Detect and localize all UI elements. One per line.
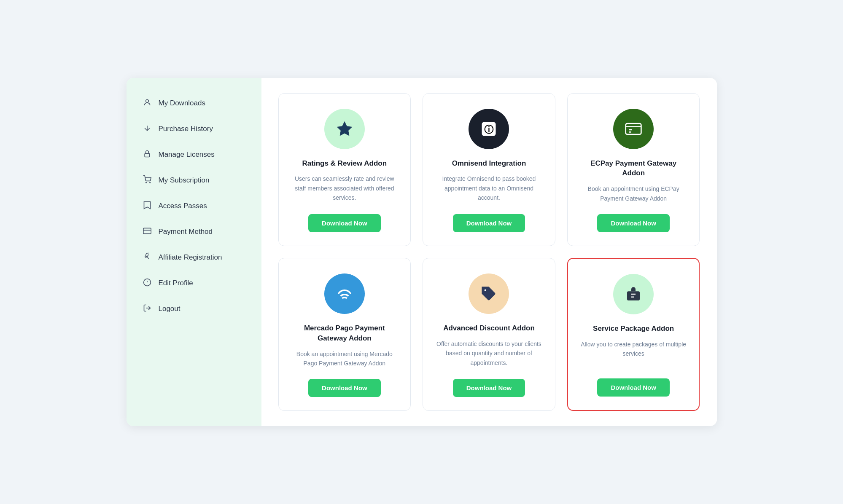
purchase-history-icon: [142, 124, 153, 134]
sidebar-label-my-downloads: My Downloads: [159, 99, 206, 107]
sidebar-item-affiliate-registration[interactable]: Affiliate Registration: [127, 245, 261, 271]
svg-point-6: [145, 256, 146, 257]
card-advanced-discount: Advanced Discount AddonOffer automatic d…: [423, 258, 555, 411]
card-title-ecpay-gateway: ECPay Payment Gateway Addon: [579, 158, 688, 179]
main-container: My DownloadsPurchase HistoryManage Licen…: [127, 78, 717, 426]
sidebar-item-access-passes[interactable]: Access Passes: [127, 193, 261, 219]
cards-grid: Ratings & Review AddonUsers can seamless…: [278, 93, 700, 411]
sidebar-label-payment-method: Payment Method: [159, 228, 213, 236]
sidebar-label-access-passes: Access Passes: [159, 202, 207, 210]
my-subscription-icon: [142, 175, 153, 186]
svg-rect-14: [626, 123, 641, 134]
card-icon-omnisend-integration: ⓘ: [469, 109, 509, 149]
sidebar-label-purchase-history: Purchase History: [159, 125, 213, 133]
sidebar: My DownloadsPurchase HistoryManage Licen…: [127, 78, 261, 426]
manage-licenses-icon: [142, 150, 153, 160]
download-button-mercado-pago[interactable]: Download Now: [308, 379, 381, 397]
download-button-ecpay-gateway[interactable]: Download Now: [597, 214, 670, 232]
card-ratings-review: Ratings & Review AddonUsers can seamless…: [278, 93, 411, 246]
access-passes-icon: [142, 201, 153, 212]
svg-rect-1: [145, 153, 150, 157]
sidebar-item-payment-method[interactable]: Payment Method: [127, 219, 261, 245]
sidebar-item-edit-profile[interactable]: Edit Profile: [127, 271, 261, 296]
sidebar-item-manage-licenses[interactable]: Manage Licenses: [127, 142, 261, 168]
card-ecpay-gateway: ECPay Payment Gateway AddonBook an appoi…: [567, 93, 700, 246]
affiliate-registration-icon: [142, 252, 153, 263]
download-button-advanced-discount[interactable]: Download Now: [453, 379, 525, 397]
svg-point-0: [145, 99, 148, 102]
card-icon-advanced-discount: [469, 273, 509, 314]
svg-marker-11: [337, 121, 352, 136]
svg-text:ⓘ: ⓘ: [484, 124, 494, 135]
download-button-ratings-review[interactable]: Download Now: [308, 214, 381, 232]
download-button-omnisend-integration[interactable]: Download Now: [453, 214, 525, 232]
card-desc-omnisend-integration: Integrate Omnisend to pass booked appoin…: [435, 174, 543, 203]
card-desc-ratings-review: Users can seamlessly rate and review sta…: [291, 174, 399, 203]
sidebar-label-logout: Logout: [159, 305, 180, 313]
card-icon-service-package: [613, 274, 654, 314]
sidebar-item-logout[interactable]: Logout: [127, 296, 261, 322]
card-desc-service-package: Allow you to create packages of multiple…: [580, 340, 687, 368]
card-desc-advanced-discount: Offer automatic discounts to your client…: [435, 339, 543, 368]
svg-point-3: [149, 182, 150, 183]
card-title-advanced-discount: Advanced Discount Addon: [443, 323, 535, 333]
sidebar-label-edit-profile: Edit Profile: [159, 279, 193, 287]
card-title-ratings-review: Ratings & Review Addon: [302, 158, 387, 169]
sidebar-item-my-subscription[interactable]: My Subscription: [127, 168, 261, 193]
payment-method-icon: [142, 227, 153, 237]
svg-point-2: [145, 182, 146, 183]
card-title-omnisend-integration: Omnisend Integration: [452, 158, 526, 169]
card-desc-mercado-pago: Book an appointment using Mercado Pago P…: [291, 349, 399, 368]
edit-profile-icon: [142, 278, 153, 289]
svg-rect-19: [627, 291, 640, 300]
card-omnisend-integration: ⓘOmnisend IntegrationIntegrate Omnisend …: [423, 93, 555, 246]
main-content: Ratings & Review AddonUsers can seamless…: [261, 78, 717, 426]
card-title-mercado-pago: Mercado Pago Payment Gateway Addon: [291, 323, 399, 343]
card-icon-ecpay-gateway: [613, 109, 654, 149]
sidebar-item-my-downloads[interactable]: My Downloads: [127, 91, 261, 116]
sidebar-label-manage-licenses: Manage Licenses: [159, 150, 215, 159]
download-button-service-package[interactable]: Download Now: [597, 378, 670, 397]
my-downloads-icon: [142, 98, 153, 109]
card-mercado-pago: Mercado Pago Payment Gateway AddonBook a…: [278, 258, 411, 411]
logout-icon: [142, 304, 153, 314]
card-desc-ecpay-gateway: Book an appointment using ECPay Payment …: [579, 184, 688, 203]
card-title-service-package: Service Package Addon: [593, 324, 674, 334]
card-service-package: Service Package AddonAllow you to create…: [567, 258, 700, 411]
card-icon-ratings-review: [324, 109, 365, 149]
svg-rect-4: [143, 228, 151, 233]
sidebar-item-purchase-history[interactable]: Purchase History: [127, 116, 261, 142]
sidebar-label-affiliate-registration: Affiliate Registration: [159, 253, 222, 262]
sidebar-label-my-subscription: My Subscription: [159, 176, 210, 185]
card-icon-mercado-pago: [324, 273, 365, 314]
